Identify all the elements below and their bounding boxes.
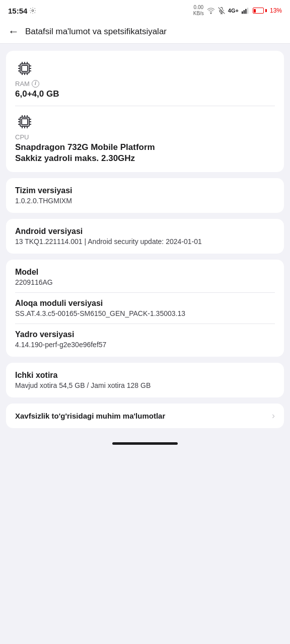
android-version-card: Android versiyasi 13 TKQ1.221114.001 | A… <box>6 219 284 254</box>
cpu-section: CPU Snapdragon 732G Mobile Platform Sakk… <box>15 112 275 164</box>
battery-indicator <box>253 8 267 14</box>
network-type: 4G+ <box>228 8 239 14</box>
svg-rect-24 <box>22 119 28 125</box>
ram-info-icon[interactable]: i <box>32 80 39 88</box>
model-divider-1 <box>15 292 275 293</box>
kernel-section: Yadro versiyasi 4.14.190-perf-g2e30e96fe… <box>15 330 275 349</box>
system-version-card: Tizim versiyasi 1.0.2.0.THGMIXM <box>6 178 284 213</box>
wifi-icon <box>207 7 215 15</box>
svg-rect-7 <box>245 9 246 14</box>
chip-svg-ram <box>16 60 33 77</box>
security-info-link[interactable]: Xavfsizlik to'g'risidagi muhim ma'lumotl… <box>6 404 284 428</box>
signal-text <box>218 7 225 14</box>
settings-status-icon <box>29 7 36 14</box>
model-divider-2 <box>15 324 275 324</box>
kernel-title: Yadro versiyasi <box>15 330 275 339</box>
ram-value: 6,0+4,0 GB <box>15 89 275 100</box>
svg-point-1 <box>210 13 211 14</box>
svg-point-0 <box>32 10 34 12</box>
network-kbs: 0.00 KB/s <box>193 5 204 17</box>
status-time-area: 15:54 <box>8 7 36 15</box>
navigation-bar: ← Batafsil ma'lumot va spetsifikatsiyala… <box>0 20 290 44</box>
kernel-value: 4.14.190-perf-g2e30e96fef57 <box>15 341 275 349</box>
back-button[interactable]: ← <box>8 26 19 37</box>
svg-rect-5 <box>242 12 243 14</box>
main-content: RAM i 6,0+4,0 GB CPU Snapdragon 732G M <box>0 44 290 435</box>
svg-rect-10 <box>22 65 28 71</box>
model-section: Model 2209116AG <box>15 268 275 286</box>
svg-rect-6 <box>244 10 245 14</box>
model-info-card: Model 2209116AG Aloqa moduli versiyasi S… <box>6 260 284 357</box>
ram-section: RAM i 6,0+4,0 GB <box>15 59 275 100</box>
ram-chip-icon <box>15 59 34 78</box>
status-right-area: 0.00 KB/s 4G+ 13% <box>193 5 282 17</box>
home-indicator <box>112 442 178 445</box>
connectivity-title: Aloqa moduli versiyasi <box>15 299 275 308</box>
cpu-chip-icon <box>15 112 34 131</box>
time-display: 15:54 <box>8 7 27 15</box>
connectivity-section: Aloqa moduli versiyasi SS.AT.4.3.c5-0016… <box>15 299 275 317</box>
ram-label: RAM i <box>15 80 275 88</box>
status-bar: 15:54 0.00 KB/s 4G+ <box>0 0 290 20</box>
mic-off-icon <box>218 7 225 14</box>
model-value: 2209116AG <box>15 278 275 286</box>
signal-bars-icon <box>242 7 250 14</box>
hardware-card: RAM i 6,0+4,0 GB CPU Snapdragon 732G M <box>6 51 284 172</box>
storage-card: Ichki xotira Mavjud xotira 54,5 GB / Jam… <box>6 363 284 397</box>
android-version-value: 13 TKQ1.221114.001 | Android security up… <box>15 237 275 246</box>
cpu-value: Snapdragon 732G Mobile Platform Sakkiz y… <box>15 142 275 164</box>
connectivity-value: SS.AT.4.3.c5-00165-SM6150_GEN_PACK-1.350… <box>15 309 275 317</box>
storage-title: Ichki xotira <box>15 371 275 380</box>
android-version-title: Android versiyasi <box>15 227 275 236</box>
svg-rect-8 <box>247 8 248 14</box>
model-title: Model <box>15 268 275 277</box>
battery-percent: 13% <box>270 7 282 14</box>
system-version-title: Tizim versiyasi <box>15 186 275 195</box>
chevron-right-icon: › <box>272 411 275 421</box>
cpu-label: CPU <box>15 133 275 141</box>
security-info-text: Xavfsizlik to'g'risidagi muhim ma'lumotl… <box>15 412 165 420</box>
storage-value: Mavjud xotira 54,5 GB / Jami xotira 128 … <box>15 381 275 389</box>
system-version-value: 1.0.2.0.THGMIXM <box>15 197 275 205</box>
page-title: Batafsil ma'lumot va spetsifikatsiyalar <box>25 27 167 37</box>
hardware-divider <box>15 106 275 106</box>
chip-svg-cpu <box>16 113 33 130</box>
